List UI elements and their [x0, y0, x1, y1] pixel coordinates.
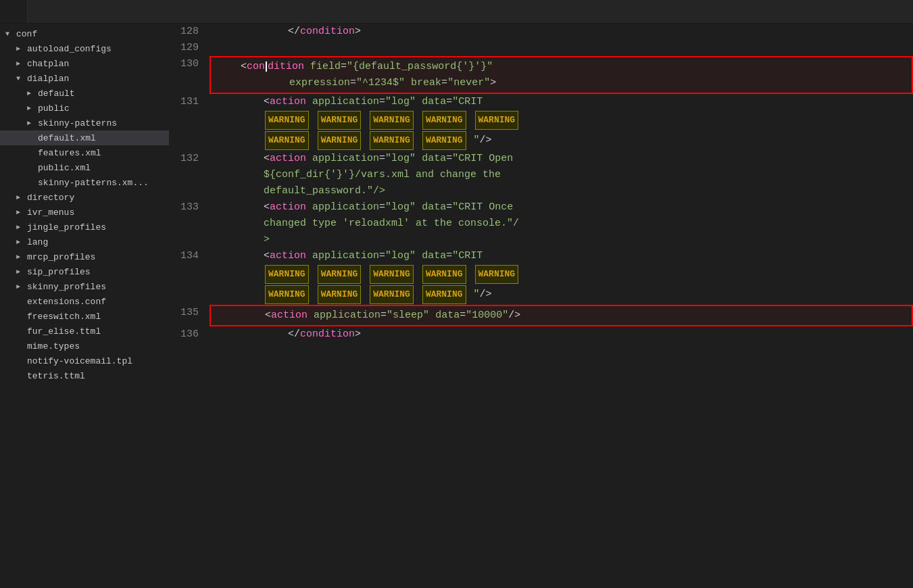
sidebar-item-label: dialplan — [27, 74, 69, 84]
line-number: 136 — [169, 326, 209, 343]
arrow-icon — [16, 328, 27, 335]
arrow-icon: ► — [16, 45, 27, 53]
sidebar-item-notify-voicemail.tpl[interactable]: notify-voicemail.tpl — [0, 353, 169, 368]
sidebar-item-label: autoload_configs — [27, 44, 112, 54]
line-number: 128 — [169, 24, 209, 40]
sidebar-item-label: mrcp_profiles — [27, 252, 95, 262]
arrow-icon: ► — [16, 224, 27, 231]
sidebar-item-label: conf — [16, 29, 37, 39]
sidebar-item-label: skinny-patterns.xm... — [38, 178, 149, 188]
line-content: <action application="log" data="CRIT Ope… — [209, 151, 913, 199]
arrow-icon: ► — [16, 239, 27, 246]
sidebar-item-extensions.conf[interactable]: extensions.conf — [0, 294, 169, 309]
sidebar-item-mrcp_profiles[interactable]: ► mrcp_profiles — [0, 249, 169, 264]
sidebar-item-skinny-patterns.xml[interactable]: skinny-patterns.xm... — [0, 175, 169, 190]
sidebar-item-default.xml[interactable]: default.xml — [0, 130, 169, 145]
arrow-icon — [16, 343, 27, 350]
code-line-132: 132 <action application="log" data="CRIT… — [169, 151, 913, 199]
sidebar-item-label: default — [38, 89, 75, 99]
sidebar-item-default[interactable]: ► default — [0, 86, 169, 101]
sidebar-item-chatplan[interactable]: ► chatplan — [0, 56, 169, 71]
sidebar-item-label: ivr_menus — [27, 207, 74, 218]
tab-bar — [0, 0, 913, 24]
arrow-icon: ► — [27, 120, 38, 127]
arrow-icon — [16, 298, 27, 305]
sidebar-item-sip_profiles[interactable]: ► sip_profiles — [0, 264, 169, 279]
line-content: <action application="log" data="CRIT WAR… — [209, 94, 913, 151]
arrow-icon: ► — [16, 268, 27, 276]
arrow-icon — [16, 313, 27, 320]
sidebar-item-label: tetris.ttml — [27, 371, 85, 381]
tab-default-xml[interactable] — [0, 0, 28, 23]
code-line-133: 133 <action application="log" data="CRIT… — [169, 199, 913, 248]
sidebar-item-label: fur_elise.ttml — [27, 326, 101, 337]
line-number: 132 — [169, 151, 209, 167]
sidebar-item-label: notify-voicemail.tpl — [27, 356, 132, 366]
arrow-icon: ► — [16, 209, 27, 216]
sidebar-item-label: default.xml — [38, 133, 96, 143]
line-number: 131 — [169, 94, 209, 110]
arrow-icon — [16, 372, 27, 380]
arrow-icon: ▼ — [16, 75, 27, 82]
code-line-129: 129 — [169, 40, 913, 56]
sidebar-item-tetris.ttml[interactable]: tetris.ttml — [0, 368, 169, 383]
line-number: 134 — [169, 248, 209, 264]
arrow-icon: ► — [16, 194, 27, 201]
sidebar-item-public[interactable]: ► public — [0, 101, 169, 116]
sidebar-item-label: extensions.conf — [27, 297, 106, 307]
sidebar-item-label: skinny_profiles — [27, 282, 106, 292]
code-line-135: 135 <action application="sleep" data="10… — [169, 305, 913, 326]
line-content: <action application="sleep" data="10000"… — [209, 305, 913, 326]
arrow-icon: ► — [16, 60, 27, 68]
sidebar-item-mime.types[interactable]: mime.types — [0, 339, 169, 353]
sidebar-item-lang[interactable]: ► lang — [0, 235, 169, 249]
arrow-icon — [27, 149, 38, 157]
sidebar-item-conf[interactable]: ▼ conf — [0, 26, 169, 41]
arrow-icon — [16, 358, 27, 365]
sidebar-item-skinny_profiles[interactable]: ► skinny_profiles — [0, 279, 169, 294]
sidebar-item-public.xml[interactable]: public.xml — [0, 160, 169, 175]
line-content: </condition> — [209, 24, 913, 40]
code-line-131: 131 <action application="log" data="CRIT… — [169, 94, 913, 151]
code-line-134: 134 <action application="log" data="CRIT… — [169, 248, 913, 305]
sidebar-item-label: features.xml — [38, 148, 101, 158]
sidebar-item-autoload_configs[interactable]: ► autoload_configs — [0, 41, 169, 56]
sidebar-item-skinny-patterns[interactable]: ► skinny-patterns — [0, 116, 169, 130]
line-content: <action application="log" data="CRIT WAR… — [209, 248, 913, 305]
sidebar-item-dialplan[interactable]: ▼ dialplan — [0, 71, 169, 86]
sidebar-item-features.xml[interactable]: features.xml — [0, 145, 169, 160]
line-number: 129 — [169, 40, 209, 56]
arrow-icon: ► — [27, 105, 38, 112]
code-line-128: 128 </condition> — [169, 24, 913, 40]
line-number: 133 — [169, 199, 209, 216]
arrow-icon: ► — [27, 90, 38, 97]
line-content: <action application="log" data="CRIT Onc… — [209, 199, 913, 248]
sidebar-item-label: sip_profiles — [27, 267, 91, 277]
sidebar-item-label: directory — [27, 193, 74, 203]
code-line-130: 130 <condition field="{default_password{… — [169, 56, 913, 94]
sidebar-item-freeswitch.xml[interactable]: freeswitch.xml — [0, 309, 169, 324]
main-container: ▼ conf► autoload_configs► chatplan▼ dial… — [0, 24, 913, 588]
sidebar-item-directory[interactable]: ► directory — [0, 190, 169, 205]
arrow-icon — [27, 164, 38, 172]
line-number: 135 — [169, 305, 209, 321]
sidebar-item-label: skinny-patterns — [38, 118, 117, 128]
line-content: <condition field="{default_password{'}'}… — [209, 56, 913, 94]
sidebar-item-label: lang — [27, 237, 48, 247]
arrow-icon: ▼ — [5, 30, 16, 38]
sidebar-item-label: chatplan — [27, 59, 69, 69]
line-content: </condition> — [209, 326, 913, 343]
sidebar-item-ivr_menus[interactable]: ► ivr_menus — [0, 205, 169, 220]
sidebar-item-jingle_profiles[interactable]: ► jingle_profiles — [0, 220, 169, 235]
arrow-icon — [27, 179, 38, 187]
arrow-icon: ► — [16, 283, 27, 291]
code-line-136: 136 </condition> — [169, 326, 913, 343]
sidebar-item-label: mime.types — [27, 341, 80, 351]
sidebar-item-label: public.xml — [38, 163, 91, 173]
editor[interactable]: 128 </condition>129130 <condition field=… — [169, 24, 913, 588]
sidebar-item-label: jingle_profiles — [27, 222, 106, 232]
sidebar-item-label: public — [38, 103, 70, 114]
arrow-icon: ► — [16, 253, 27, 261]
sidebar-item-fur_elise.ttml[interactable]: fur_elise.ttml — [0, 324, 169, 339]
sidebar-item-label: freeswitch.xml — [27, 312, 101, 322]
